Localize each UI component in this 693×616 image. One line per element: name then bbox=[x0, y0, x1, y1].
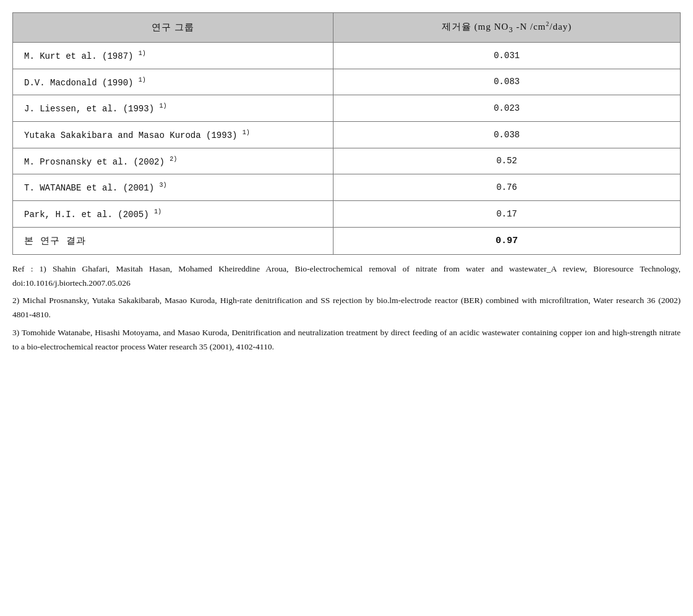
ref-prefix: Ref : bbox=[12, 264, 40, 273]
researcher-name: J. Liessen, et al. (1993) 1) bbox=[13, 95, 334, 122]
references-section: Ref : 1) Shahin Ghafari, Masitah Hasan, … bbox=[12, 262, 681, 355]
ref2-paragraph: 2) Michal Prosnansky, Yutaka Sakakibarab… bbox=[12, 294, 681, 322]
removal-rate-value: 0.76 bbox=[333, 174, 680, 201]
table-row: T. WATANABE et al. (2001) 3)0.76 bbox=[13, 174, 681, 201]
removal-rate-value: 0.17 bbox=[333, 200, 680, 227]
removal-rate-value: 0.031 bbox=[333, 43, 680, 69]
table-row: Park, H.I. et al. (2005) 1)0.17 bbox=[13, 200, 681, 227]
researcher-name: T. WATANABE et al. (2001) 3) bbox=[13, 174, 334, 201]
removal-rate-value: 0.038 bbox=[333, 121, 680, 148]
current-study-value: 0.97 bbox=[333, 227, 680, 254]
table-header-row: 연구 그룹 제거율 (mg NO3 -N /cm2/day) bbox=[13, 13, 681, 43]
researcher-name: M. Kurt et al. (1987) 1) bbox=[13, 43, 334, 69]
researcher-name: Yutaka Sakakibara and Masao Kuroda (1993… bbox=[13, 121, 334, 148]
ref-number: 1) bbox=[154, 208, 161, 215]
ref1-text: 1) Shahin Ghafari, Masitah Hasan, Mohame… bbox=[12, 264, 681, 288]
ref-number: 2) bbox=[170, 156, 177, 163]
table-row: M. Kurt et al. (1987) 1)0.031 bbox=[13, 43, 681, 69]
removal-rate-value: 0.083 bbox=[333, 69, 680, 95]
researcher-name: Park, H.I. et al. (2005) 1) bbox=[13, 200, 334, 227]
col2-header: 제거율 (mg NO3 -N /cm2/day) bbox=[333, 13, 680, 43]
ref-number: 1) bbox=[139, 77, 146, 83]
sup-2: 2 bbox=[546, 20, 549, 27]
ref-number: 3) bbox=[159, 182, 166, 189]
comparison-table: 연구 그룹 제거율 (mg NO3 -N /cm2/day) M. Kurt e… bbox=[12, 12, 681, 255]
table-row: D.V. Macdonald (1990) 1)0.083 bbox=[13, 69, 681, 95]
col1-header: 연구 그룹 bbox=[13, 13, 334, 43]
researcher-name: M. Prosnansky et al. (2002) 2) bbox=[13, 148, 334, 174]
ref-number: 1) bbox=[159, 103, 166, 109]
removal-rate-value: 0.023 bbox=[333, 95, 680, 122]
ref3-paragraph: 3) Tomohide Watanabe, Hisashi Motoyama, … bbox=[12, 326, 681, 354]
table-row-last: 본 연구 결과0.97 bbox=[13, 227, 681, 254]
sub-3: 3 bbox=[509, 25, 513, 34]
removal-rate-value: 0.52 bbox=[333, 148, 680, 174]
table-row: Yutaka Sakakibara and Masao Kuroda (1993… bbox=[13, 121, 681, 148]
ref-number: 1) bbox=[139, 50, 146, 57]
table-row: M. Prosnansky et al. (2002) 2)0.52 bbox=[13, 148, 681, 174]
table-row: J. Liessen, et al. (1993) 1)0.023 bbox=[13, 95, 681, 122]
ref-number: 1) bbox=[243, 129, 250, 136]
ref1-paragraph: Ref : 1) Shahin Ghafari, Masitah Hasan, … bbox=[12, 262, 681, 291]
researcher-name: D.V. Macdonald (1990) 1) bbox=[13, 69, 334, 95]
current-study-label: 본 연구 결과 bbox=[13, 227, 334, 254]
col2-header-text: 제거율 (mg NO3 -N /cm2/day) bbox=[442, 22, 572, 32]
table-body: M. Kurt et al. (1987) 1)0.031D.V. Macdon… bbox=[13, 43, 681, 255]
